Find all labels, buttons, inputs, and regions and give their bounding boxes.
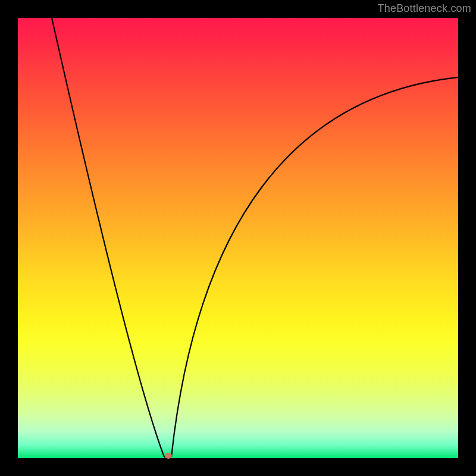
bottleneck-curve	[18, 18, 458, 458]
curve-right-segment	[171, 77, 458, 457]
plot-area	[18, 18, 458, 458]
curve-left-segment	[52, 18, 164, 457]
chart-frame: TheBottleneck.com	[0, 0, 476, 476]
minimum-point-marker	[165, 453, 172, 459]
watermark-text: TheBottleneck.com	[378, 2, 471, 15]
